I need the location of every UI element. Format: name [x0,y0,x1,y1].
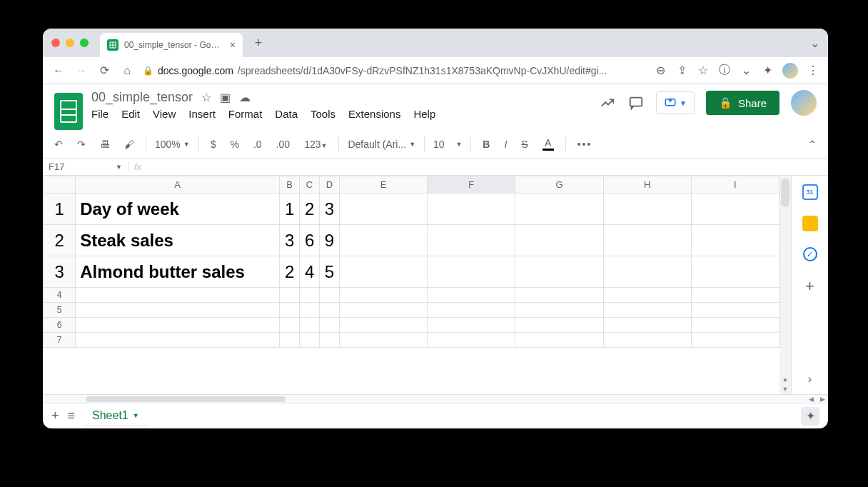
cell-D1[interactable]: 3 [320,194,340,225]
strikethrough-button[interactable]: S [518,137,530,151]
browser-tab[interactable]: 00_simple_tensor - Google Sh × [100,33,243,57]
menu-format[interactable]: Format [228,108,263,120]
more-toolbar-button[interactable]: ••• [575,137,595,151]
more-formats-button[interactable]: 123▼ [301,137,330,151]
add-sheet-button[interactable]: + [51,408,59,423]
font-select[interactable]: Default (Ari... ▼ [348,139,415,150]
zoom-select[interactable]: 100% ▼ [155,139,190,150]
cell-A7[interactable] [76,333,280,348]
cell-D7[interactable] [320,333,340,348]
share-page-icon[interactable]: ⇪ [675,64,688,77]
cell-I2[interactable] [691,225,779,256]
row-header-1[interactable]: 1 [44,194,76,225]
cell-C4[interactable] [300,288,320,303]
cell-D6[interactable] [320,318,340,333]
vertical-scrollbar[interactable]: ▲ ▼ [779,176,791,394]
cell-D4[interactable] [320,288,340,303]
row-header-6[interactable]: 6 [44,318,76,333]
increase-decimal-button[interactable]: .00 [273,137,293,151]
cell-I3[interactable] [691,256,779,288]
menu-extensions[interactable]: Extensions [348,108,400,120]
cell-G6[interactable] [515,318,603,333]
cell-C7[interactable] [300,333,320,348]
close-window-button[interactable] [51,39,60,47]
cell-A3[interactable]: Almond butter sales [76,256,280,288]
sheet-tab-1[interactable]: Sheet1 ▼ [84,405,148,428]
share-button[interactable]: 🔒 Share [706,91,779,115]
bookmark-icon[interactable]: ☆ [697,64,710,77]
cell-E1[interactable] [339,194,427,225]
cell-B4[interactable] [280,288,300,303]
menu-insert[interactable]: Insert [188,108,216,120]
bold-button[interactable]: B [480,137,493,151]
cell-G1[interactable] [515,194,603,225]
account-avatar[interactable] [791,90,817,116]
info-icon[interactable]: ⓘ [718,64,731,77]
row-header-5[interactable]: 5 [44,303,76,318]
cell-A4[interactable] [76,288,280,303]
cell-B6[interactable] [280,318,300,333]
cell-E6[interactable] [339,318,427,333]
all-sheets-button[interactable]: ≡ [68,408,76,423]
cell-E4[interactable] [339,288,427,303]
present-button[interactable]: ▼ [656,91,695,114]
cell-C2[interactable]: 6 [300,225,320,256]
cell-H6[interactable] [603,318,691,333]
column-header-A[interactable]: A [76,176,280,194]
comments-icon[interactable] [627,94,645,111]
cell-A5[interactable] [76,303,280,318]
cell-I7[interactable] [691,333,779,348]
name-box[interactable]: F17 ▼ [43,161,128,172]
cell-C5[interactable] [300,303,320,318]
move-icon[interactable]: ▣ [220,91,231,104]
column-header-I[interactable]: I [691,176,779,194]
reload-button[interactable]: ⟳ [97,64,111,77]
cell-F3[interactable] [428,256,515,288]
column-header-B[interactable]: B [280,176,300,194]
menu-edit[interactable]: Edit [121,108,140,120]
cell-D2[interactable]: 9 [320,225,340,256]
url-field[interactable]: 🔒 docs.google.com/spreadsheets/d/1dA30vF… [143,65,645,76]
cell-C1[interactable]: 2 [300,194,320,225]
cell-B2[interactable]: 3 [280,225,300,256]
column-header-D[interactable]: D [320,176,340,194]
cell-E3[interactable] [339,256,427,288]
decrease-decimal-button[interactable]: .0 [251,137,265,151]
cell-H1[interactable] [603,194,691,225]
cell-C6[interactable] [300,318,320,333]
currency-button[interactable]: $ [208,137,219,151]
cell-F6[interactable] [428,318,515,333]
horizontal-scrollbar[interactable]: ◀▶ [43,394,828,403]
collapse-toolbar-icon[interactable]: ⌃ [805,137,819,151]
column-header-E[interactable]: E [339,176,427,194]
forward-button[interactable]: → [74,64,89,77]
calendar-icon[interactable] [802,184,818,200]
version-history-icon[interactable] [599,94,616,111]
cell-B5[interactable] [280,303,300,318]
add-addon-icon[interactable]: + [805,277,814,296]
menu-data[interactable]: Data [275,108,298,120]
cell-G4[interactable] [515,288,603,303]
select-all-cell[interactable] [44,176,76,194]
row-header-7[interactable]: 7 [44,333,76,348]
cell-H3[interactable] [603,256,691,288]
cell-D5[interactable] [320,303,340,318]
row-header-4[interactable]: 4 [44,288,76,303]
profile-avatar-small[interactable] [782,63,798,79]
cell-G7[interactable] [515,333,603,348]
text-color-button[interactable]: A [540,136,557,152]
italic-button[interactable]: I [501,137,510,151]
column-header-G[interactable]: G [515,176,603,194]
cell-F7[interactable] [428,333,515,348]
cell-I6[interactable] [691,318,779,333]
cell-B3[interactable]: 2 [280,256,300,288]
extensions-icon[interactable]: ✦ [761,64,774,77]
cell-B1[interactable]: 1 [280,194,300,225]
menu-help[interactable]: Help [413,108,435,120]
print-button[interactable]: 🖶 [97,137,113,151]
spreadsheet-grid[interactable]: ABCDEFGHI1Day of week1232Steak sales3693… [43,176,779,394]
cell-B7[interactable] [280,333,300,348]
cell-E2[interactable] [339,225,427,256]
kebab-menu-icon[interactable]: ⋮ [807,64,819,77]
font-size-select[interactable]: 10 ▼ [433,139,462,150]
